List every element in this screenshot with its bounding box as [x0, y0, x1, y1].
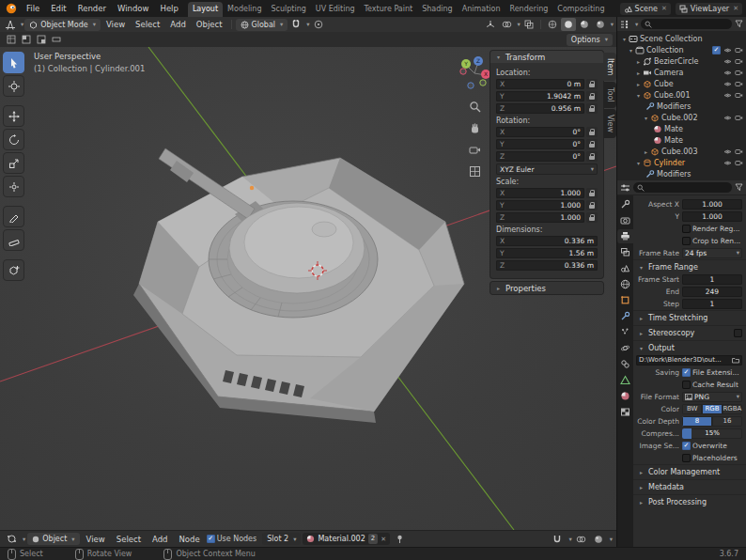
pan-hand-icon[interactable] — [466, 119, 483, 136]
properties-subpanel-header[interactable]: ▸ Properties — [490, 282, 603, 294]
tool-add-cube[interactable] — [3, 259, 24, 281]
scale-x-field[interactable]: X1.000 — [496, 188, 584, 198]
tool-settings-icon[interactable] — [19, 33, 34, 46]
time-stretching-section-header[interactable]: ▸Time Stretching — [633, 310, 746, 324]
overlays-icon[interactable] — [574, 533, 589, 546]
viewport-3d[interactable]: User Perspective (1) Collection | Cylind… — [0, 47, 616, 530]
location-z-field[interactable]: Z0.956 m — [496, 103, 584, 114]
unlink-material-icon[interactable]: ✕ — [381, 536, 386, 543]
hide-in-viewport-icon[interactable] — [723, 159, 732, 167]
rotation-z-field[interactable]: Z0° — [496, 151, 584, 162]
menu-file[interactable]: File — [21, 0, 45, 17]
frame-step-field[interactable]: 1 — [682, 299, 742, 309]
outliner-row-scene-collection[interactable]: ▾ Scene Collection — [617, 33, 746, 44]
rotation-y-field[interactable]: Y0° — [496, 139, 584, 149]
stereoscopy-section-header[interactable]: ▸Stereoscopy — [633, 325, 746, 339]
menu-object[interactable]: Object — [192, 20, 227, 29]
outliner-row-cylinder[interactable]: ▾ Cylinder — [617, 157, 746, 168]
filter-icon[interactable] — [735, 20, 743, 28]
rotation-mode-dropdown[interactable]: XYZ Euler ▾ — [496, 163, 598, 175]
properties-tab-modifiers[interactable] — [617, 309, 633, 323]
disclosure-triangle-icon[interactable]: ▾ — [634, 92, 643, 99]
disable-in-renders-icon[interactable] — [735, 159, 743, 167]
disable-in-renders-icon[interactable] — [735, 69, 743, 77]
color-management-section-header[interactable]: ▸Color Management — [633, 464, 746, 478]
snap-magnet-icon[interactable] — [550, 533, 565, 546]
lock-scale-z-icon[interactable] — [586, 212, 598, 223]
overwrite-checkbox[interactable] — [682, 442, 691, 450]
menu-edit[interactable]: Edit — [45, 0, 71, 17]
user-count-badge[interactable]: 2 — [368, 534, 378, 544]
frame-start-field[interactable]: 1 — [682, 274, 742, 285]
tool-move[interactable] — [3, 105, 24, 127]
color-depth-16[interactable]: 16 — [712, 416, 742, 427]
unlink-scene-icon[interactable]: ✕ — [661, 5, 667, 12]
menu-node[interactable]: Node — [174, 535, 204, 544]
frame-rate-dropdown[interactable]: 24 fps▾ — [682, 248, 742, 258]
outliner-row-camera[interactable]: ▸ Camera — [617, 67, 746, 78]
hide-in-viewport-icon[interactable] — [723, 57, 732, 66]
outliner-search-input[interactable] — [641, 19, 732, 29]
output-path-field[interactable]: D:\Work\Blender3D\out... — [636, 355, 742, 366]
frame-end-field[interactable]: 249 — [682, 287, 742, 297]
properties-tab-particles[interactable] — [617, 325, 633, 339]
disable-in-renders-icon[interactable] — [735, 46, 743, 54]
snap-magnet-icon[interactable] — [288, 18, 303, 31]
properties-tab-texture[interactable] — [617, 405, 633, 419]
color-depth-8[interactable]: 8 — [682, 416, 712, 427]
outliner-row-beziercircle[interactable]: ▸ BezierCircle — [617, 55, 746, 67]
menu-select[interactable]: Select — [112, 535, 146, 544]
camera-view-icon[interactable] — [466, 141, 483, 158]
scene-selector[interactable]: Scene ✕ — [620, 3, 671, 15]
workspace-tab-uv-editing[interactable]: UV Editing — [311, 2, 360, 17]
lock-rotation-z-icon[interactable] — [586, 151, 598, 162]
menu-add[interactable]: Add — [165, 20, 190, 29]
disclosure-triangle-icon[interactable]: ▸ — [634, 81, 643, 87]
tool-settings-icon[interactable] — [34, 33, 49, 46]
post-processing-section-header[interactable]: ▸Post Processing — [633, 494, 746, 508]
disable-in-renders-icon[interactable] — [735, 91, 743, 100]
properties-tab-material[interactable] — [617, 389, 633, 403]
tool-settings-icon[interactable] — [4, 33, 19, 46]
properties-tab-object[interactable] — [617, 293, 633, 307]
folder-icon[interactable] — [732, 357, 739, 364]
hide-in-viewport-icon[interactable] — [723, 91, 732, 100]
options-button[interactable]: Options ▾ — [567, 34, 613, 46]
disable-in-renders-icon[interactable] — [735, 148, 743, 156]
cache-result-checkbox[interactable] — [682, 381, 691, 389]
color-mode-rgb[interactable]: RGB — [702, 404, 722, 414]
tool-measure[interactable] — [3, 229, 24, 251]
editor-type-properties-icon[interactable] — [620, 183, 630, 193]
tool-scale[interactable] — [3, 152, 24, 174]
transform-panel-header[interactable]: ▾ Transform — [490, 51, 603, 63]
location-x-field[interactable]: X0 m — [496, 79, 584, 89]
disclosure-triangle-icon[interactable]: ▾ — [627, 47, 635, 54]
outliner-row-cube-001[interactable]: ▾ Cube.001 — [617, 89, 746, 101]
properties-tab-output[interactable] — [617, 229, 633, 243]
tool-rotate[interactable] — [3, 129, 24, 150]
lock-scale-x-icon[interactable] — [586, 188, 598, 198]
hide-in-viewport-icon[interactable] — [723, 80, 732, 88]
proportional-editing-icon[interactable] — [311, 18, 326, 31]
properties-tab-scene[interactable] — [617, 261, 633, 275]
lock-location-y-icon[interactable] — [586, 91, 598, 101]
disable-in-renders-icon[interactable] — [735, 114, 743, 122]
menu-view[interactable]: View — [101, 20, 130, 29]
disclosure-triangle-icon[interactable]: ▾ — [642, 115, 650, 121]
outliner-row-cube-002[interactable]: ▾ Cube.002 — [617, 112, 746, 123]
n-panel-tab-tool[interactable]: Tool — [603, 82, 616, 108]
lock-location-x-icon[interactable] — [586, 79, 598, 89]
outliner-row-cube-003[interactable]: ▸ Cube.003 — [617, 146, 746, 157]
properties-tab-render[interactable] — [617, 213, 633, 227]
shading-solid-icon[interactable] — [561, 18, 576, 31]
menu-render[interactable]: Render — [72, 0, 112, 17]
menu-add[interactable]: Add — [148, 535, 172, 544]
shading-sphere-icon[interactable] — [591, 533, 606, 546]
stereoscopy-checkbox[interactable] — [734, 329, 742, 337]
disclosure-triangle-icon[interactable]: ▾ — [620, 36, 629, 42]
disclosure-triangle-icon[interactable]: ▾ — [634, 160, 643, 166]
tool-select-box[interactable] — [3, 52, 24, 73]
editor-type-3d-viewport-icon[interactable] — [3, 18, 18, 31]
workspace-tab-shading[interactable]: Shading — [417, 2, 458, 17]
shading-rendered-icon[interactable] — [593, 18, 608, 31]
